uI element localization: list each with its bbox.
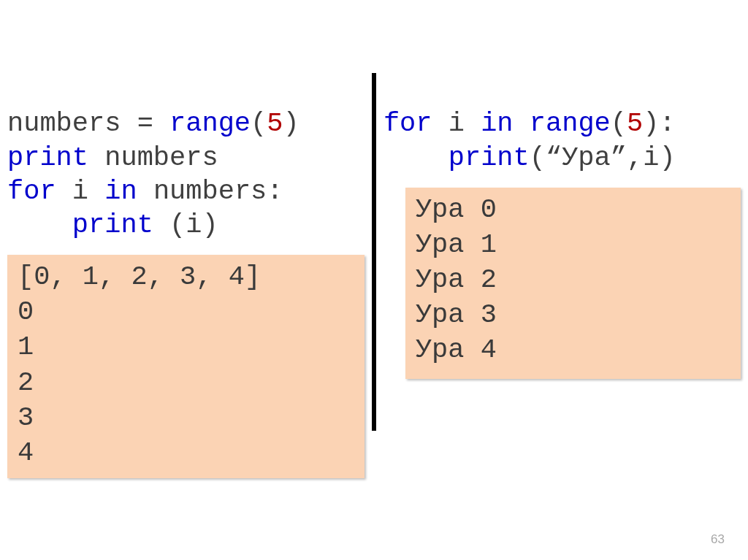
token: ( [611,108,627,139]
token-keyword: for [7,176,56,207]
right-code-block: for i in range(5): print(“Ура”,i) [383,73,741,174]
token: ): [643,108,675,139]
token: numbers: [137,176,283,207]
token-keyword: print [72,210,153,240]
token-keyword: in [481,108,513,139]
code-line: for i in numbers: [7,176,283,207]
token: (i) [153,210,218,240]
left-output-box: [0, 1, 2, 3, 4] 0 1 2 3 4 [7,255,365,478]
code-line: print (i) [7,210,218,240]
token: (“Ура”,i) [530,142,676,173]
token: i [56,176,105,207]
token-keyword: for [383,108,432,139]
token: numbers = [7,108,169,139]
two-column-layout: numbers = range(5) print numbers for i i… [3,73,745,478]
token-keyword: range [169,108,251,139]
left-code-block: numbers = range(5) print numbers for i i… [7,73,365,242]
token [514,108,530,139]
code-line: for i in range(5): [383,108,676,139]
right-column: for i in range(5): print(“Ура”,i) Ура 0 … [379,73,745,478]
token-number: 5 [627,108,643,139]
token-number: 5 [267,108,283,139]
code-line: numbers = range(5) [7,108,299,139]
token-keyword: print [7,142,88,173]
right-output-box: Ура 0 Ура 1 Ура 2 Ура 3 Ура 4 [405,188,741,379]
token: numbers [88,142,218,173]
token [383,142,449,173]
vertical-divider [372,73,376,431]
token [7,210,72,240]
token: i [432,108,481,139]
slide: numbers = range(5) print numbers for i i… [0,0,748,560]
token-keyword: print [449,142,530,173]
slide-number: 63 [711,532,725,547]
token: ) [283,108,299,139]
token: ( [251,108,267,139]
code-line: print numbers [7,142,218,173]
token-keyword: range [530,108,611,139]
left-column: numbers = range(5) print numbers for i i… [3,73,369,478]
token-keyword: in [104,176,137,207]
code-line: print(“Ура”,i) [383,142,676,173]
